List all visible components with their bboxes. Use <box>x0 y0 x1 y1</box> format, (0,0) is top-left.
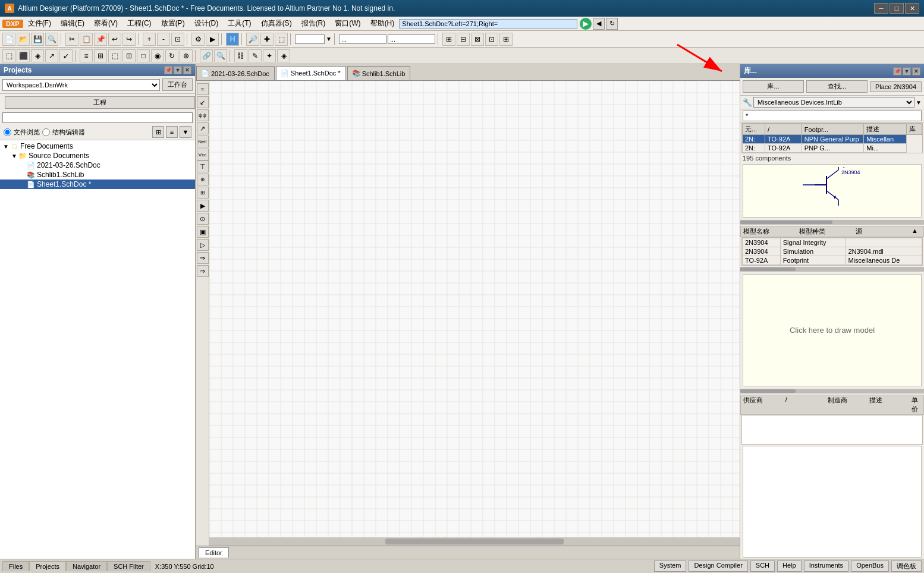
wire-tool-param[interactable]: ▣ <box>197 226 209 238</box>
wire-tool-gnd[interactable]: ⊤ <box>197 160 209 172</box>
tree-item-2021doc[interactable]: 📄 2021-03-26.SchDoc <box>0 160 195 170</box>
schematic-editor[interactable] <box>209 81 740 546</box>
menu-help[interactable]: 帮助(H) <box>366 17 400 30</box>
model-scroll-btn[interactable]: ▲ <box>912 227 921 236</box>
zoom-input[interactable] <box>295 34 325 44</box>
t2-btn13[interactable]: ⊕ <box>180 49 193 62</box>
grid-btn3[interactable]: ⊠ <box>471 33 484 46</box>
wire-tool-probe[interactable]: ▷ <box>197 239 209 251</box>
editor-tab[interactable]: Editor <box>199 547 229 558</box>
draw-scrollbar-thumb[interactable] <box>740 389 796 393</box>
wire-tool-bus[interactable]: ψψ <box>197 109 209 121</box>
tab-sheet1[interactable]: 📄 Sheet1.SchDoc * <box>276 66 346 80</box>
projects-search[interactable] <box>2 112 193 123</box>
tree-item-schlib[interactable]: 📚 Schlib1.SchLib <box>0 170 195 180</box>
lib-place-btn[interactable]: Place 2N3904 <box>870 81 922 92</box>
lib-find-btn[interactable]: 查找... <box>806 80 868 93</box>
tab-schlib[interactable]: 📚 Schlib1.SchLib <box>347 66 411 80</box>
zoom-out-btn[interactable]: - <box>157 33 170 46</box>
breadcrumb-input[interactable] <box>399 19 577 29</box>
undo-btn[interactable]: ↩ <box>108 33 121 46</box>
compile-btn[interactable]: ⚙ <box>191 33 205 46</box>
menu-design[interactable]: 设计(D) <box>190 17 224 30</box>
workspace-dropdown[interactable]: Workspace1.DsnWrk <box>2 79 160 91</box>
model-scrollbar-thumb[interactable] <box>740 267 796 271</box>
struct-view-label[interactable]: 结构编辑器 <box>52 128 85 137</box>
struct-view-radio[interactable] <box>42 128 50 136</box>
wire-tool-netlabel[interactable]: Net! <box>197 136 209 147</box>
save-btn[interactable]: 💾 <box>31 33 44 46</box>
draw-model-area[interactable]: Click here to draw model <box>743 274 922 386</box>
view-opts-btn[interactable]: ▼ <box>180 126 191 138</box>
t2-btn14[interactable]: 🔗 <box>200 49 213 62</box>
library-select[interactable]: Miscellaneous Devices.IntLib <box>753 97 914 108</box>
design-compiler-btn[interactable]: Design Compiler <box>689 561 747 572</box>
t2-btn8[interactable]: ⬚ <box>108 49 121 62</box>
colorpicker-btn[interactable]: 调色板 <box>891 561 922 572</box>
instruments-btn[interactable]: Instruments <box>804 561 848 572</box>
wire-tool-no-erc[interactable]: ⊙ <box>197 213 209 225</box>
t2-btn12[interactable]: ↻ <box>165 49 178 62</box>
openbus-btn[interactable]: OpenBus <box>851 561 889 572</box>
t2-btn11[interactable]: ◉ <box>151 49 164 62</box>
run-btn[interactable]: ▶ <box>206 33 219 46</box>
menu-sim[interactable]: 仿真器(S) <box>256 17 297 30</box>
cut-btn[interactable]: ✂ <box>65 33 78 46</box>
scrollbar-thumb[interactable] <box>385 539 564 544</box>
cross-probe-btn[interactable]: ✚ <box>260 33 274 46</box>
wire-tool-sim2[interactable]: ⇒ <box>197 265 209 277</box>
t2-btn16[interactable]: ⛓ <box>234 49 247 62</box>
project-btn[interactable]: 工程 <box>5 96 195 109</box>
paste-btn[interactable]: 📌 <box>94 33 107 46</box>
wire-tool-sheet[interactable]: ⊞ <box>197 187 209 199</box>
tab-files[interactable]: Files <box>2 561 29 571</box>
lib-close-btn[interactable]: ✕ <box>912 67 920 75</box>
t2-btn7[interactable]: ⊞ <box>94 49 107 62</box>
menu-tools[interactable]: 工具(T) <box>223 17 256 30</box>
table-row-2n[interactable]: 2N: TO-92A PNP G... Mi... <box>743 144 922 153</box>
menu-report[interactable]: 报告(R) <box>297 17 331 30</box>
horizontal-scrollbar[interactable] <box>209 537 740 546</box>
detail-view-btn[interactable]: ≡ <box>166 126 178 138</box>
sch-btn[interactable]: SCH <box>750 561 775 572</box>
wire-tool-port[interactable]: ⊕ <box>197 174 209 185</box>
model-row-fp[interactable]: TO-92A Footprint Miscellaneous De <box>743 256 922 265</box>
nav-back-btn[interactable]: ▶ <box>580 18 592 30</box>
preview-scrollbar-thumb[interactable] <box>740 221 832 224</box>
menu-view[interactable]: 察看(V) <box>89 17 122 30</box>
icon-view-btn[interactable]: ⊞ <box>152 126 164 138</box>
menu-file[interactable]: 文件(F) <box>23 17 56 30</box>
help-btn[interactable]: Help <box>777 561 802 572</box>
draw-scrollbar[interactable] <box>740 389 924 393</box>
grid-btn4[interactable]: ⊡ <box>485 33 498 46</box>
tab-projects[interactable]: Projects <box>29 561 66 571</box>
t2-btn6[interactable]: ≡ <box>80 49 93 62</box>
wire-tool-wave[interactable]: ≈ <box>197 83 209 95</box>
lib-dropdown-arrow[interactable]: ▼ <box>916 99 922 106</box>
model-scrollbar[interactable] <box>740 267 924 272</box>
tab-2021[interactable]: 📄 2021-03-26.SchDoc <box>196 66 275 80</box>
table-row-2n3904[interactable]: 2N: TO-92A NPN General Purp Miscellan <box>743 135 922 144</box>
toggle-source[interactable]: ▼ <box>11 153 18 159</box>
wire-tool-vcc[interactable]: Vcc <box>197 149 209 160</box>
wire-tool-junction[interactable]: ↗ <box>197 122 209 134</box>
refresh-btn[interactable]: ↻ <box>606 18 618 30</box>
panel-pin-btn[interactable]: 📌 <box>164 66 172 74</box>
lib-menu-btn[interactable]: ▼ <box>903 67 911 75</box>
zoom-all-btn[interactable]: ⊡ <box>171 33 184 46</box>
schematic-grid[interactable] <box>209 81 740 546</box>
menu-edit[interactable]: 编辑(E) <box>56 17 89 30</box>
workspace-btn[interactable]: 工作台 <box>162 78 193 91</box>
toggle-free-docs[interactable]: ▼ <box>2 143 10 150</box>
close-button[interactable]: ✕ <box>905 3 919 14</box>
open-btn[interactable]: 📂 <box>17 33 30 46</box>
model-row-si[interactable]: 2N3904 Signal Integrity <box>743 238 922 247</box>
tab-navigator[interactable]: Navigator <box>66 561 107 571</box>
t2-btn18[interactable]: ✦ <box>263 49 276 62</box>
new-btn[interactable]: 📄 <box>2 33 15 46</box>
t2-btn1[interactable]: ⬚ <box>2 49 15 62</box>
t2-btn15[interactable]: 🔍 <box>214 49 227 62</box>
preview-scrollbar[interactable] <box>740 220 924 225</box>
library-search-input[interactable] <box>743 111 922 121</box>
t2-btn9[interactable]: ⊡ <box>122 49 136 62</box>
